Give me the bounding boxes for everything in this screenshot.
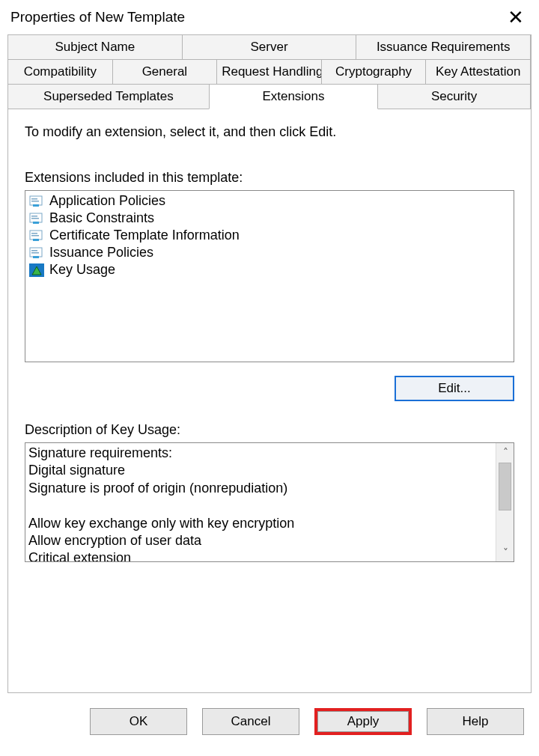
list-item[interactable]: Key Usage <box>25 261 514 278</box>
list-item[interactable]: Basic Constraints <box>25 210 514 227</box>
extensions-listbox[interactable]: Application Policies Basic Constraints C… <box>25 190 514 362</box>
list-item-label: Basic Constraints <box>49 210 154 226</box>
tab-cryptography[interactable]: Cryptography <box>321 59 427 85</box>
tab-extensions[interactable]: Extensions <box>209 84 378 109</box>
tab-general[interactable]: General <box>112 59 218 85</box>
apply-button[interactable]: Apply <box>317 711 409 732</box>
svg-rect-5 <box>31 216 37 217</box>
svg-rect-7 <box>33 222 39 224</box>
tab-issuance-requirements[interactable]: Issuance Requirements <box>356 34 531 60</box>
tab-request-handling[interactable]: Request Handling <box>216 59 322 85</box>
tab-strip: Subject Name Server Issuance Requirement… <box>7 34 532 109</box>
svg-rect-11 <box>33 239 39 241</box>
apply-highlight: Apply <box>314 708 412 735</box>
svg-rect-10 <box>31 235 39 237</box>
list-item[interactable]: Issuance Policies <box>25 244 514 261</box>
edit-button[interactable]: Edit... <box>395 376 514 401</box>
scroll-down-icon[interactable]: ˅ <box>496 543 514 561</box>
list-item-label: Issuance Policies <box>49 245 153 260</box>
extensions-list-label: Extensions included in this template: <box>25 170 514 186</box>
svg-rect-2 <box>31 201 39 202</box>
description-text: Signature requirements: Digital signatur… <box>25 443 494 562</box>
list-item-label: Application Policies <box>49 193 165 209</box>
certificate-icon <box>28 211 45 226</box>
list-item-label: Key Usage <box>49 262 115 278</box>
tab-superseded-templates[interactable]: Superseded Templates <box>7 84 210 109</box>
tab-key-attestation[interactable]: Key Attestation <box>425 59 531 85</box>
scroll-thumb[interactable] <box>499 463 511 510</box>
tab-security[interactable]: Security <box>377 84 531 109</box>
list-item[interactable]: Certificate Template Information <box>25 227 514 244</box>
svg-rect-13 <box>31 250 37 252</box>
key-usage-icon <box>28 263 45 278</box>
instruction-text: To modify an extension, select it, and t… <box>25 124 514 140</box>
ok-button[interactable]: OK <box>90 708 187 735</box>
svg-rect-9 <box>31 233 37 234</box>
list-item[interactable]: Application Policies <box>25 192 514 210</box>
svg-rect-6 <box>31 218 39 219</box>
tab-compatibility[interactable]: Compatibility <box>7 59 113 85</box>
description-box[interactable]: Signature requirements: Digital signatur… <box>25 442 514 562</box>
tab-subject-name[interactable]: Subject Name <box>7 34 183 60</box>
close-icon[interactable]: ✕ <box>503 7 529 27</box>
tab-panel-extensions: To modify an extension, select it, and t… <box>7 109 532 693</box>
certificate-icon <box>28 194 45 209</box>
scrollbar[interactable]: ˄ ˅ <box>496 443 514 561</box>
svg-rect-1 <box>31 198 37 200</box>
scroll-up-icon[interactable]: ˄ <box>496 443 514 461</box>
help-button[interactable]: Help <box>427 708 524 735</box>
title-bar: Properties of New Template ✕ <box>0 0 539 31</box>
cancel-button[interactable]: Cancel <box>202 708 299 735</box>
dialog-buttons: OK Cancel Apply Help <box>7 701 532 735</box>
list-item-label: Certificate Template Information <box>49 228 240 243</box>
certificate-icon <box>28 246 45 260</box>
description-label: Description of Key Usage: <box>25 422 514 438</box>
svg-rect-15 <box>33 256 39 258</box>
certificate-icon <box>28 228 45 243</box>
window-title: Properties of New Template <box>10 9 185 25</box>
tab-server[interactable]: Server <box>182 34 357 60</box>
svg-rect-14 <box>31 252 39 254</box>
svg-rect-3 <box>33 204 39 207</box>
